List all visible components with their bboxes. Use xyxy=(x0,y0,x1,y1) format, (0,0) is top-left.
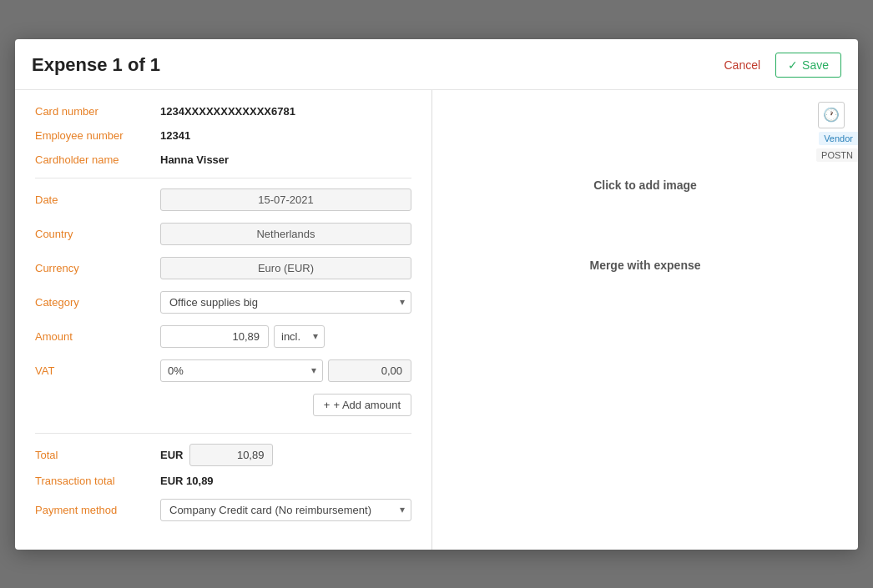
modal-body: Card number 1234XXXXXXXXXXXX6781 Employe… xyxy=(15,90,858,550)
click-to-add-image[interactable]: Click to add image xyxy=(593,178,697,192)
cardholder-name-label: Cardholder name xyxy=(35,153,160,166)
vendor-label: Vendor xyxy=(819,132,858,145)
payment-method-label: Payment method xyxy=(35,504,160,516)
payment-method-row: Payment method Company Credit card (No r… xyxy=(35,499,411,521)
right-content: Click to add image Vendor POSTN Merge wi… xyxy=(446,128,845,538)
amount-input[interactable] xyxy=(160,325,269,348)
date-row: Date xyxy=(35,188,411,211)
amount-label: Amount xyxy=(35,330,160,343)
left-panel: Card number 1234XXXXXXXXXXXX6781 Employe… xyxy=(15,90,432,550)
modal-title: Expense 1 of 1 xyxy=(32,54,160,76)
amount-row: Amount incl. excl. ▾ xyxy=(35,325,411,348)
save-button[interactable]: ✓ Save xyxy=(775,53,841,78)
plus-icon: + xyxy=(324,399,331,411)
modal-header: Expense 1 of 1 Cancel ✓ Save xyxy=(15,39,858,90)
country-label: Country xyxy=(35,228,160,240)
transaction-total-row: Transaction total EUR 10,89 xyxy=(35,475,411,487)
postn-label: POSTN xyxy=(816,148,858,162)
employee-number-row: Employee number 12341 xyxy=(35,129,411,142)
date-label: Date xyxy=(35,193,160,206)
category-select[interactable]: Office supplies big Travel Meals Other xyxy=(160,291,411,314)
employee-number-value: 12341 xyxy=(160,129,190,142)
card-number-label: Card number xyxy=(35,105,160,118)
country-input[interactable] xyxy=(160,223,411,245)
add-amount-row: + + Add amount xyxy=(35,394,411,425)
currency-label: Currency xyxy=(35,262,160,274)
card-number-value: 1234XXXXXXXXXXXX6781 xyxy=(160,105,295,118)
incl-select[interactable]: incl. excl. xyxy=(274,325,325,348)
history-button[interactable]: 🕐 xyxy=(818,102,845,128)
country-row: Country xyxy=(35,223,411,245)
category-row: Category Office supplies big Travel Meal… xyxy=(35,291,411,314)
vat-row: VAT 0% 9% 21% ▾ xyxy=(35,359,411,382)
currency-row: Currency xyxy=(35,257,411,279)
cancel-button[interactable]: Cancel xyxy=(715,53,769,77)
card-number-row: Card number 1234XXXXXXXXXXXX6781 xyxy=(35,105,411,118)
vat-rate-select[interactable]: 0% 9% 21% xyxy=(160,359,323,382)
total-label: Total xyxy=(35,449,160,461)
expense-modal: Expense 1 of 1 Cancel ✓ Save Card number… xyxy=(15,39,858,550)
category-label: Category xyxy=(35,296,160,309)
cardholder-name-value: Hanna Visser xyxy=(160,153,229,166)
check-icon: ✓ xyxy=(788,58,798,72)
history-icon: 🕐 xyxy=(823,107,840,123)
employee-number-label: Employee number xyxy=(35,129,160,142)
vat-amount-input[interactable] xyxy=(328,359,411,382)
transaction-total-label: Transaction total xyxy=(35,475,160,487)
total-eur: EUR xyxy=(160,449,183,461)
total-input xyxy=(189,444,273,466)
vat-label: VAT xyxy=(35,364,160,377)
date-input[interactable] xyxy=(160,188,411,211)
cardholder-name-row: Cardholder name Hanna Visser xyxy=(35,153,411,166)
right-panel: 🕐 Click to add image Vendor POSTN Merge … xyxy=(432,90,858,550)
add-amount-button[interactable]: + + Add amount xyxy=(313,394,411,416)
currency-input[interactable] xyxy=(160,257,411,279)
total-row: Total EUR xyxy=(35,444,411,466)
merge-with-expense[interactable]: Merge with expense xyxy=(589,259,700,272)
payment-method-select[interactable]: Company Credit card (No reimbursement) P… xyxy=(160,499,411,521)
transaction-total-value: EUR 10,89 xyxy=(160,475,214,487)
header-actions: Cancel ✓ Save xyxy=(715,53,841,78)
